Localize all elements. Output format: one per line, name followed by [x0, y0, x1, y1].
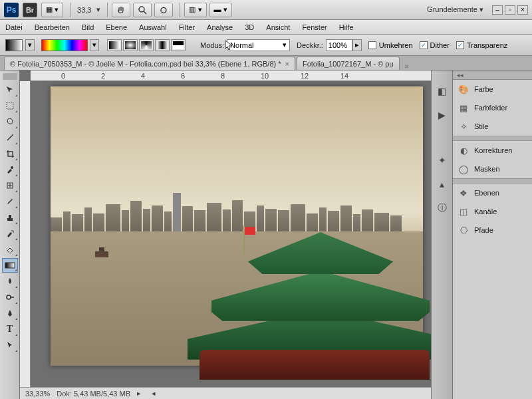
minimize-button[interactable]: – [492, 5, 503, 15]
svg-rect-10 [9, 215, 11, 218]
crop-tool[interactable] [2, 146, 18, 161]
diamond-gradient-button[interactable] [171, 39, 186, 51]
document-tab[interactable]: Fotolia_10072167_M - © pu [297, 57, 400, 70]
menu-ansicht[interactable]: Ansicht [266, 23, 290, 31]
history-brush-tool[interactable] [2, 226, 18, 241]
svg-rect-2 [7, 102, 13, 109]
gradient-picker[interactable] [41, 39, 88, 51]
panel-korrekturen[interactable]: ◐Korrekturen [453, 141, 532, 160]
reflected-gradient-button[interactable] [155, 39, 170, 51]
blur-tool[interactable] [2, 274, 18, 289]
document-canvas[interactable] [51, 86, 423, 366]
histogram-panel-icon[interactable]: ▴ [435, 177, 450, 192]
screen-mode-button[interactable]: ▦ ▾ [41, 3, 63, 17]
radial-gradient-button[interactable] [123, 39, 138, 51]
path-selection-tool[interactable] [2, 338, 18, 352]
menu-bearbeiten[interactable]: Bearbeiten [35, 23, 70, 31]
gradient-tool[interactable] [2, 258, 18, 273]
eyedropper-tool[interactable] [2, 162, 18, 177]
panel-collapse-button[interactable]: ◂◂ [453, 70, 532, 80]
panel-farbe[interactable]: 🎨Farbe [453, 80, 532, 98]
dodge-tool[interactable] [2, 290, 18, 305]
masks-icon: ◯ [458, 164, 469, 174]
layers-icon: ❖ [458, 188, 469, 198]
menu-bild[interactable]: Bild [82, 23, 94, 31]
menu-3d[interactable]: 3D [245, 23, 254, 31]
menu-datei[interactable]: Datei [5, 23, 23, 31]
panel-pfade[interactable]: ⎔Pfade [453, 221, 532, 239]
linear-gradient-button[interactable] [107, 39, 122, 51]
panel-kanaele[interactable]: ◫Kanäle [453, 202, 532, 221]
move-tool[interactable] [2, 82, 18, 97]
menu-analyse[interactable]: Analyse [207, 23, 233, 31]
workspace-switcher[interactable]: Grundelemente ▾ [427, 5, 483, 14]
pen-tool[interactable] [2, 306, 18, 321]
toolbox-grip[interactable] [3, 73, 17, 80]
mode-label: Modus: [200, 41, 224, 49]
photoshop-logo: Ps [4, 3, 19, 17]
toolbox: T [0, 70, 20, 399]
gradient-dropdown[interactable]: ▾ [90, 39, 99, 51]
mode-select[interactable]: Normal▾ [227, 39, 290, 51]
panel-stile[interactable]: ✧Stile [453, 117, 532, 136]
lasso-tool[interactable] [2, 114, 18, 129]
svg-line-1 [144, 11, 146, 14]
healing-brush-tool[interactable] [2, 178, 18, 193]
svg-point-12 [7, 295, 11, 299]
options-bar: ▾ ▾ Modus: Normal▾ Deckkr.: 100% ▸ Umkeh… [0, 35, 532, 56]
status-dropdown[interactable]: ▸ [137, 389, 141, 398]
eraser-tool[interactable] [2, 242, 18, 257]
panel-masken[interactable]: ◯Masken [453, 160, 532, 178]
type-tool[interactable]: T [2, 322, 18, 336]
menu-ebene[interactable]: Ebene [106, 23, 127, 31]
close-icon[interactable]: × [285, 60, 289, 68]
restore-button[interactable]: ▫ [505, 5, 515, 15]
panel-farbfelder[interactable]: ▦Farbfelder [453, 98, 532, 117]
adjustments-icon: ◐ [458, 145, 469, 156]
dither-checkbox[interactable]: ✓Dither [420, 41, 450, 49]
zoom-tool-button[interactable] [133, 3, 152, 17]
close-button[interactable]: × [517, 5, 528, 15]
vertical-ruler[interactable] [20, 81, 31, 387]
hand-tool-button[interactable] [112, 3, 130, 17]
navigator-panel-icon[interactable]: ✦ [435, 153, 450, 168]
menu-filter[interactable]: Filter [179, 23, 195, 31]
menu-hilfe[interactable]: Hilfe [339, 23, 354, 31]
application-bar: Ps Br ▦ ▾ 33,3▾ ▥ ▾ ▬ ▾ Grundelemente ▾ … [0, 0, 532, 20]
panel-dock: ◂◂ 🎨Farbe ▦Farbfelder ✧Stile ◐Korrekture… [452, 70, 532, 399]
reverse-checkbox[interactable]: Umkehren [368, 41, 413, 49]
menu-auswahl[interactable]: Auswahl [139, 23, 167, 31]
rotate-view-button[interactable] [154, 3, 173, 17]
svg-rect-11 [5, 263, 15, 268]
tool-preset-picker[interactable] [5, 39, 23, 51]
document-tab-bar: © Fotolia_7050353_M - © Joelle M - Fotol… [0, 56, 532, 70]
info-panel-icon[interactable]: ⓘ [435, 201, 450, 215]
magic-wand-tool[interactable] [2, 130, 18, 145]
zoom-level[interactable]: 33,3 [77, 6, 91, 14]
paths-icon: ⎔ [458, 225, 469, 235]
bridge-button[interactable]: Br [23, 3, 37, 17]
svg-point-0 [139, 7, 144, 12]
opacity-input[interactable]: 100% [326, 39, 352, 51]
actions-panel-icon[interactable]: ▶ [435, 108, 450, 122]
tab-overflow-button[interactable]: » [405, 62, 409, 70]
transparency-checkbox[interactable]: ✓Transparenz [456, 41, 507, 49]
document-tab[interactable]: © Fotolia_7050353_M - © Joelle M - Fotol… [4, 57, 295, 70]
work-area: T 0 2 4 6 8 10 12 14 [0, 70, 532, 399]
horizontal-ruler[interactable]: 0 2 4 6 8 10 12 14 [31, 70, 431, 81]
status-doc-size[interactable]: Dok: 5,43 MB/5,43 MB [57, 390, 130, 398]
brush-tool[interactable] [2, 194, 18, 209]
opacity-dropdown[interactable]: ▸ [352, 39, 362, 51]
tool-preset-dropdown[interactable]: ▾ [25, 39, 35, 51]
panel-ebenen[interactable]: ❖Ebenen [453, 184, 532, 202]
history-panel-icon[interactable]: ◧ [435, 84, 450, 98]
marquee-tool[interactable] [2, 98, 18, 113]
menu-fenster[interactable]: Fenster [302, 23, 327, 31]
screen-mode-button-2[interactable]: ▬ ▾ [209, 3, 232, 17]
channels-icon: ◫ [458, 206, 469, 217]
svg-line-3 [7, 136, 12, 140]
status-zoom[interactable]: 33,33% [25, 390, 50, 398]
angle-gradient-button[interactable] [139, 39, 154, 51]
clone-stamp-tool[interactable] [2, 210, 18, 225]
arrange-documents-button[interactable]: ▥ ▾ [184, 3, 206, 17]
